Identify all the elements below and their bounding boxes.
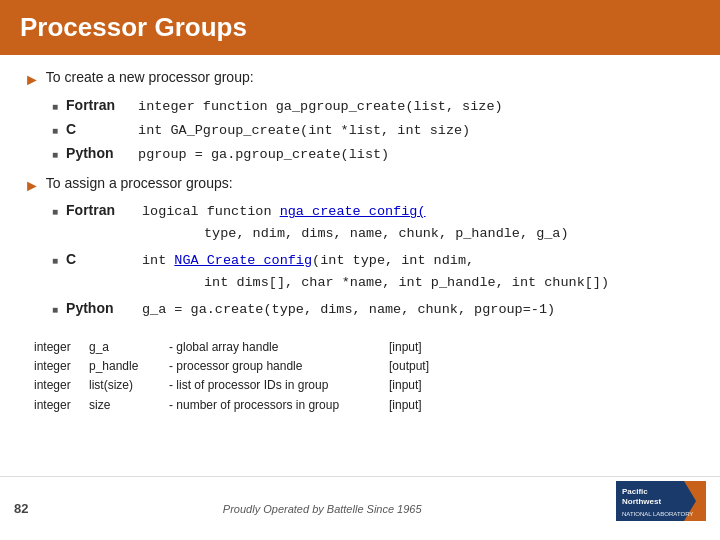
code-text: pgroup = ga.pgroup_create(list) [138, 147, 389, 162]
lang-label: Python [66, 143, 138, 165]
link-text: nga_create_config( [280, 204, 426, 219]
table-row: integer list(size) - list of processor I… [34, 376, 696, 395]
section1-items: ■ Fortraninteger function ga_pgroup_crea… [52, 95, 696, 166]
section1-label: To create a new processor group: [46, 67, 254, 89]
param-desc: - number of processors in group [169, 396, 389, 415]
logo-area: Pacific Northwest NATIONAL LABORATORY [616, 481, 706, 536]
param-name: g_a [89, 338, 169, 357]
square-icon: ■ [52, 123, 58, 139]
lang-label-python: Python [66, 298, 138, 320]
code-text: int NGA_Create_config(int type, int ndim… [142, 253, 474, 268]
table-row: integer size - number of processors in g… [34, 396, 696, 415]
svg-text:Pacific: Pacific [622, 487, 648, 496]
param-name: size [89, 396, 169, 415]
table-row: integer p_handle - processor group handl… [34, 357, 696, 376]
param-table: integer g_a - global array handle [input… [34, 338, 696, 415]
square-icon: ■ [52, 147, 58, 163]
section2-items: ■ Fortran logical function nga_create_co… [52, 200, 696, 321]
lang-label: Fortran [66, 95, 138, 117]
lang-label: C [66, 119, 138, 141]
list-item: ■ C int NGA_Create_config(int type, int … [52, 249, 696, 272]
param-type: integer [34, 357, 89, 376]
list-item: ■ Pythonpgroup = ga.pgroup_create(list) [52, 143, 696, 166]
list-item: ■ Fortraninteger function ga_pgroup_crea… [52, 95, 696, 118]
arrow-icon-1: ► [24, 68, 40, 93]
section2-label: To assign a processor groups: [46, 173, 233, 195]
slide-number: 82 [14, 501, 28, 516]
param-io: [output] [389, 357, 429, 376]
list-item: ■ Fortran logical function nga_create_co… [52, 200, 696, 223]
lang-label-fortran: Fortran [66, 200, 138, 222]
square-icon: ■ [52, 99, 58, 115]
square-icon: ■ [52, 253, 58, 269]
pnnl-logo: Pacific Northwest NATIONAL LABORATORY [616, 481, 706, 536]
section1-bullet: ► To create a new processor group: [24, 67, 696, 93]
footer-tagline: Proudly Operated by Battelle Since 1965 [223, 503, 422, 515]
lang-label-c: C [66, 249, 138, 271]
link-text: NGA_Create_config [174, 253, 312, 268]
param-io: [input] [389, 376, 422, 395]
param-type: integer [34, 338, 89, 357]
param-desc: - global array handle [169, 338, 389, 357]
svg-text:Northwest: Northwest [622, 497, 661, 506]
indent-line-c: int dims[], char *name, int p_handle, in… [204, 273, 696, 294]
slide: Processor Groups ► To create a new proce… [0, 0, 720, 540]
code-text: logical function nga_create_config( [142, 204, 426, 219]
code-text: int GA_Pgroup_create(int *list, int size… [138, 123, 470, 138]
slide-footer: 82 Proudly Operated by Battelle Since 19… [0, 476, 720, 540]
code-text: integer function ga_pgroup_create(list, … [138, 99, 503, 114]
square-icon: ■ [52, 302, 58, 318]
section2: ► To assign a processor groups: ■ Fortra… [24, 173, 696, 322]
section1: ► To create a new processor group: ■ For… [24, 67, 696, 167]
param-name: list(size) [89, 376, 169, 395]
code-text: g_a = ga.create(type, dims, name, chunk,… [142, 302, 555, 317]
slide-content: ► To create a new processor group: ■ For… [0, 55, 720, 476]
arrow-icon-2: ► [24, 174, 40, 199]
list-item: ■ Cint GA_Pgroup_create(int *list, int s… [52, 119, 696, 142]
indent-line-fortran: type, ndim, dims, name, chunk, p_handle,… [204, 224, 696, 245]
param-type: integer [34, 376, 89, 395]
param-io: [input] [389, 396, 422, 415]
list-item: ■ Python g_a = ga.create(type, dims, nam… [52, 298, 696, 321]
section2-bullet: ► To assign a processor groups: [24, 173, 696, 199]
param-desc: - processor group handle [169, 357, 389, 376]
param-desc: - list of processor IDs in group [169, 376, 389, 395]
param-io: [input] [389, 338, 422, 357]
param-name: p_handle [89, 357, 169, 376]
square-icon: ■ [52, 204, 58, 220]
slide-title: Processor Groups [20, 12, 247, 43]
param-type: integer [34, 396, 89, 415]
table-row: integer g_a - global array handle [input… [34, 338, 696, 357]
svg-text:NATIONAL LABORATORY: NATIONAL LABORATORY [622, 511, 693, 517]
slide-header: Processor Groups [0, 0, 720, 55]
